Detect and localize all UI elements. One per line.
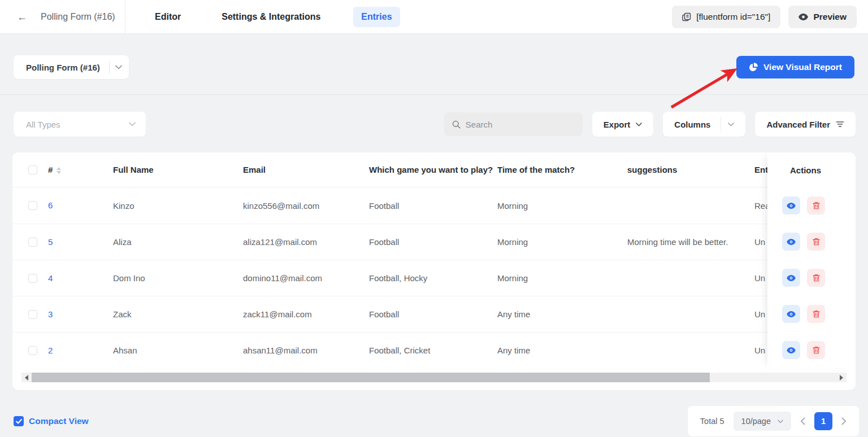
delete-entry-button[interactable] [807, 233, 825, 251]
entry-id-link[interactable]: 4 [48, 273, 53, 283]
horizontal-scrollbar[interactable] [21, 373, 847, 382]
top-bar: ← Polling Form (#16) Editor Settings & I… [0, 0, 868, 34]
delete-entry-button[interactable] [807, 269, 825, 287]
cell-email: zack11@mail.com [243, 309, 369, 319]
scroll-left-icon[interactable] [21, 375, 32, 381]
cell-email: aliza121@mail.com [243, 237, 369, 247]
entries-table: # Full Name Email Which game you want to… [12, 152, 856, 390]
breadcrumb: ← Polling Form (#16) [0, 0, 125, 33]
cell-email: domino11@mail.com [243, 273, 369, 283]
entry-type-placeholder: All Types [26, 120, 60, 129]
delete-entry-button[interactable] [807, 341, 825, 359]
entry-type-filter-dropdown[interactable]: All Types [14, 112, 146, 137]
view-visual-report-button[interactable]: View Visual Report [736, 56, 854, 78]
back-button[interactable]: ← [17, 12, 27, 22]
view-visual-report-label: View Visual Report [763, 62, 842, 72]
cell-email: ahsan11@mail.com [243, 346, 369, 355]
eye-icon [787, 347, 796, 353]
row-actions [767, 187, 856, 224]
preview-button[interactable]: Preview [788, 6, 857, 28]
page-title: Polling Form (#16) [41, 12, 115, 22]
view-entry-button[interactable] [782, 196, 800, 215]
cell-time: Any time [497, 309, 627, 319]
entry-id-link[interactable]: 5 [48, 237, 53, 247]
export-button[interactable]: Export [592, 112, 654, 137]
export-label: Export [604, 120, 631, 129]
tab-editor[interactable]: Editor [147, 7, 189, 27]
delete-entry-button[interactable] [807, 305, 825, 323]
scrollbar-thumb[interactable] [32, 373, 710, 382]
cell-time: Any time [497, 346, 627, 355]
footer-row: Compact View Total 5 10/page 1 [14, 406, 859, 436]
advanced-filter-button[interactable]: Advanced Filter [755, 112, 856, 137]
select-all-checkbox[interactable] [28, 165, 37, 174]
search-box [444, 112, 583, 136]
column-header-actions: Actions [767, 152, 856, 187]
cell-suggestion: Morning time will be better. [627, 237, 754, 247]
search-input[interactable] [466, 120, 575, 129]
tab-entries[interactable]: Entries [353, 7, 400, 27]
copy-icon [682, 12, 691, 21]
cell-full-name: Zack [113, 309, 243, 319]
compact-view-label: Compact View [29, 416, 89, 426]
row-checkbox[interactable] [28, 201, 37, 210]
row-checkbox[interactable] [28, 310, 37, 319]
divider [109, 61, 110, 73]
eye-icon [787, 311, 796, 317]
row-actions [767, 224, 856, 260]
shortcode-label: [fluentform id="16"] [696, 12, 770, 22]
filter-actions: Export Columns Advanced Filter [444, 112, 856, 137]
cell-game: Football [369, 309, 497, 319]
row-checkbox[interactable] [28, 274, 37, 283]
compact-view-toggle[interactable]: Compact View [14, 416, 89, 426]
form-selector-value: Polling Form (#16) [26, 63, 109, 72]
actions-fixed-column: Actions [767, 152, 856, 368]
chevron-down-icon [636, 123, 642, 126]
row-checkbox[interactable] [28, 346, 37, 355]
view-entry-button[interactable] [782, 233, 800, 251]
scrollbar-track[interactable] [32, 373, 836, 382]
pagination: Total 5 10/page 1 [688, 406, 859, 436]
view-entry-button[interactable] [782, 305, 800, 323]
eye-icon [787, 239, 796, 245]
prev-page-icon[interactable] [800, 417, 805, 425]
entry-id-link[interactable]: 6 [48, 200, 53, 210]
main-tabs: Editor Settings & Integrations Entries [147, 7, 400, 27]
cell-time: Morning [497, 237, 627, 247]
trash-icon [813, 274, 820, 282]
eye-icon [787, 275, 796, 281]
tab-settings-integrations[interactable]: Settings & Integrations [214, 7, 328, 27]
columns-button[interactable]: Columns [663, 112, 745, 137]
trash-icon [813, 310, 820, 318]
view-entry-button[interactable] [782, 269, 800, 287]
sort-carets-icon[interactable] [57, 167, 61, 174]
filter-lines-icon [836, 121, 844, 128]
section-divider [0, 94, 868, 95]
shortcode-button[interactable]: [fluentform id="16"] [672, 6, 780, 28]
preview-label: Preview [813, 12, 847, 22]
cell-time: Morning [497, 273, 627, 283]
page-size-value: 10/page [741, 417, 771, 426]
entry-id-link[interactable]: 2 [48, 346, 53, 355]
page-number-button[interactable]: 1 [814, 412, 832, 430]
cell-game: Football, Hocky [369, 273, 497, 283]
column-header-id[interactable]: # [48, 165, 113, 174]
page-size-dropdown[interactable]: 10/page [734, 412, 791, 431]
scroll-right-icon[interactable] [836, 375, 847, 381]
next-page-icon[interactable] [841, 417, 847, 425]
cell-full-name: Kinzo [113, 201, 243, 211]
chevron-down-icon [129, 122, 136, 126]
entry-id-link[interactable]: 3 [48, 309, 53, 319]
table-header-row: # Full Name Email Which game you want to… [12, 152, 856, 187]
search-icon [452, 120, 461, 129]
table-row: 4 Dom Ino domino11@mail.com Football, Ho… [12, 260, 856, 296]
table-row: 2 Ahsan ahsan11@mail.com Football, Crick… [12, 332, 856, 368]
delete-entry-button[interactable] [807, 196, 825, 215]
view-entry-button[interactable] [782, 341, 800, 359]
eye-icon [798, 14, 808, 20]
form-selector-dropdown[interactable]: Polling Form (#16) [14, 55, 129, 79]
row-checkbox[interactable] [28, 238, 37, 247]
column-header-email: Email [243, 165, 369, 174]
total-count: Total 5 [700, 417, 724, 426]
checkbox-checked-icon[interactable] [14, 416, 24, 426]
